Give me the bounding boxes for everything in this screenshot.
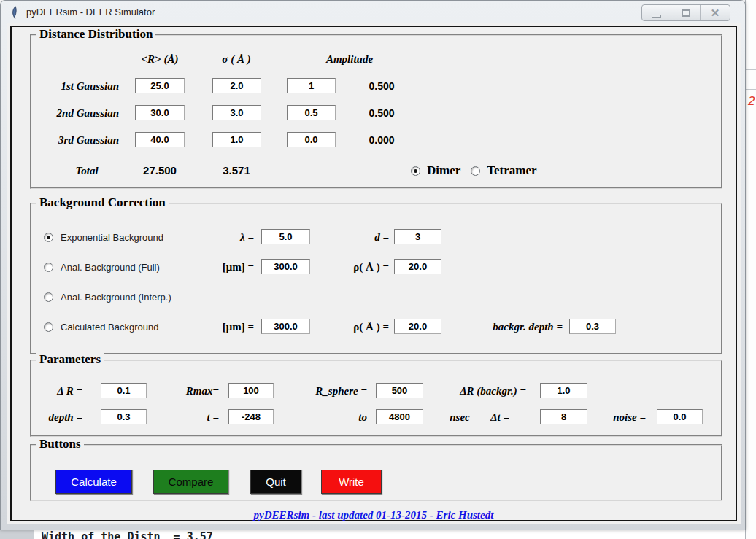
depth-input[interactable] — [101, 409, 147, 424]
background-correction-group: Background Correction Exponential Backgr… — [30, 203, 722, 354]
background-page-indicator: 2 — [748, 94, 755, 109]
lambda-input[interactable] — [261, 229, 310, 244]
um-calc-input[interactable] — [261, 319, 310, 334]
t-label: t = — [166, 409, 219, 425]
anal-background-full-option[interactable]: Anal. Background (Full) — [44, 259, 160, 275]
rmax-label: Rmax= — [166, 383, 219, 399]
delta-r-backgr-label: ΔR (backgr.) = — [436, 383, 526, 399]
background-console-window: Width of the Distn = 3.57 — [0, 530, 745, 539]
amplitude-input-gaussian-2[interactable] — [287, 105, 336, 120]
sigma-input-gaussian-1[interactable] — [212, 78, 261, 93]
total-sigma-value: 3.571 — [193, 163, 280, 179]
depth-label: depth = — [31, 409, 82, 425]
delta-t-input[interactable] — [540, 409, 587, 424]
calculated-background-label: Calculated Background — [61, 322, 158, 333]
r-input-gaussian-3[interactable] — [135, 132, 185, 147]
tk-feather-icon — [9, 6, 20, 19]
main-frame: Distance Distribution <R> (Å) σ ( Å ) Am… — [10, 26, 737, 521]
exponential-background-option[interactable]: Exponential Background — [44, 229, 163, 245]
rho-full-input[interactable] — [394, 259, 441, 274]
d-label: d = — [312, 229, 389, 245]
close-icon: ✕ — [711, 7, 720, 20]
column-header-sigma: σ ( Å ) — [193, 53, 280, 66]
footer-credit: pyDEERsim - last updated 01-13-2015 - Er… — [12, 509, 736, 521]
to-label: to — [279, 409, 367, 425]
calculated-background-radio[interactable] — [44, 322, 53, 332]
anal-background-interp-option[interactable]: Anal. Background (Interp.) — [44, 289, 171, 305]
console-window-edge — [0, 530, 34, 539]
normalized-amplitude-1: 0.500 — [342, 78, 422, 94]
to-input[interactable] — [376, 409, 423, 424]
um-full-label: [μm] = — [177, 259, 254, 275]
section-title-distance-distribution: Distance Distribution — [36, 27, 155, 42]
r-input-gaussian-1[interactable] — [135, 78, 185, 93]
client-area: Distance Distribution <R> (Å) σ ( Å ) Am… — [7, 23, 741, 524]
total-r-value: 27.500 — [116, 163, 204, 179]
app-window: pyDEERsim - DEER Simulator ✕ Distance Di… — [0, 0, 746, 530]
dimer-radio[interactable] — [411, 166, 420, 176]
row-label-gaussian-1: 1st Gaussian — [31, 78, 119, 94]
background-window-right-strip: 2 — [745, 0, 756, 539]
write-button[interactable]: Write — [321, 470, 382, 494]
rho-full-label: ρ( Å ) = — [312, 259, 389, 275]
anal-background-full-radio[interactable] — [44, 263, 53, 272]
window-title: pyDEERsim - DEER Simulator — [26, 7, 155, 18]
sigma-input-gaussian-3[interactable] — [212, 132, 261, 147]
section-title-background-correction: Background Correction — [36, 195, 169, 210]
exponential-background-label: Exponential Background — [61, 232, 163, 243]
backgr-depth-input[interactable] — [569, 319, 616, 334]
section-title-buttons: Buttons — [36, 437, 84, 451]
console-output-text: Width of the Distn = 3.57 — [42, 530, 213, 539]
calculate-button[interactable]: Calculate — [55, 470, 132, 494]
tetramer-radio[interactable] — [471, 166, 480, 176]
screen: 2 Width of the Distn = 3.57 pyDEERsim - … — [0, 0, 756, 539]
delta-r-label: Δ R = — [31, 383, 82, 399]
um-full-input[interactable] — [261, 259, 310, 274]
rho-calc-label: ρ( Å ) = — [312, 319, 389, 335]
normalized-amplitude-3: 0.000 — [342, 132, 422, 148]
close-button[interactable]: ✕ — [701, 5, 730, 20]
noise-input[interactable] — [657, 409, 703, 424]
minimize-button[interactable] — [642, 5, 671, 20]
r-sphere-label: R_sphere = — [279, 383, 367, 399]
dimer-label: Dimer — [427, 163, 460, 178]
column-header-amplitude: Amplitude — [306, 53, 393, 66]
anal-background-interp-radio[interactable] — [44, 292, 53, 302]
window-controls: ✕ — [641, 4, 730, 21]
row-label-gaussian-2: 2nd Gaussian — [31, 105, 119, 121]
maximize-button[interactable] — [671, 5, 701, 20]
normalized-amplitude-2: 0.500 — [342, 105, 422, 121]
titlebar[interactable]: pyDEERsim - DEER Simulator ✕ — [1, 1, 745, 23]
amplitude-input-gaussian-1[interactable] — [287, 78, 336, 93]
divider — [746, 89, 756, 90]
delta-r-backgr-input[interactable] — [540, 383, 587, 398]
exponential-background-radio[interactable] — [44, 233, 53, 242]
r-input-gaussian-2[interactable] — [135, 105, 185, 120]
row-label-gaussian-3: 3rd Gaussian — [31, 132, 119, 148]
anal-background-interp-label: Anal. Background (Interp.) — [61, 292, 171, 303]
minimize-icon — [652, 15, 661, 18]
amplitude-input-gaussian-3[interactable] — [287, 132, 336, 147]
d-input[interactable] — [394, 229, 441, 244]
section-title-parameters: Parameters — [36, 352, 104, 367]
distance-distribution-group: Distance Distribution <R> (Å) σ ( Å ) Am… — [30, 34, 722, 189]
rho-calc-input[interactable] — [394, 319, 441, 334]
tetramer-label: Tetramer — [487, 163, 536, 178]
backgr-depth-label: backgr. depth = — [444, 319, 563, 335]
r-sphere-input[interactable] — [376, 383, 423, 398]
divider — [746, 69, 756, 70]
sigma-input-gaussian-2[interactable] — [212, 105, 261, 120]
delta-t-label: Δt = — [480, 409, 509, 425]
rmax-input[interactable] — [228, 383, 274, 398]
parameters-group: Parameters Δ R = Rmax= R_sphere = ΔR (ba… — [30, 360, 722, 437]
maximize-icon — [682, 9, 690, 17]
noise-label: noise = — [597, 409, 646, 425]
compare-button[interactable]: Compare — [153, 470, 228, 494]
calculated-background-option[interactable]: Calculated Background — [44, 319, 158, 335]
t-input[interactable] — [228, 409, 274, 424]
lambda-label: λ = — [177, 229, 254, 245]
buttons-group: Buttons Calculate Compare Quit Write — [30, 444, 722, 501]
delta-r-input[interactable] — [101, 383, 147, 398]
quit-button[interactable]: Quit — [250, 470, 301, 494]
column-header-r: <R> (Å) — [116, 53, 204, 66]
